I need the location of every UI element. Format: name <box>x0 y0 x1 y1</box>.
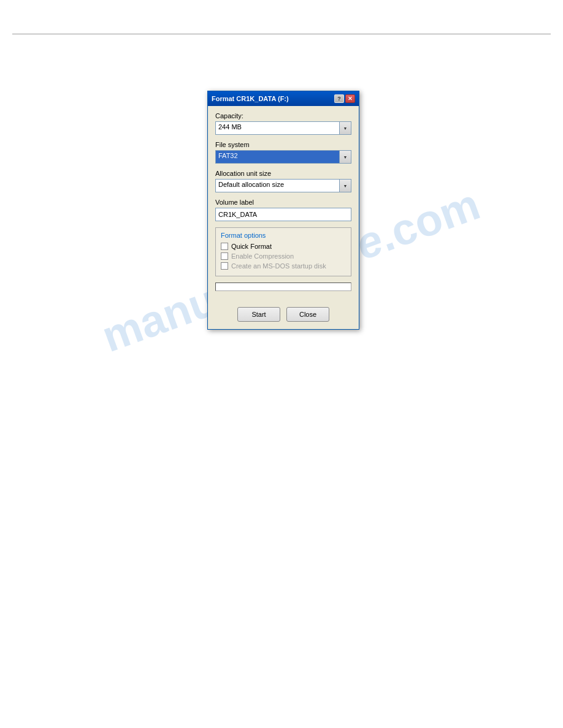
quick-format-label: Quick Format <box>231 243 272 250</box>
dialog-titlebar: Format CR1K_DATA (F:) ? ✕ <box>208 91 359 106</box>
allocation-label: Allocation unit size <box>215 170 351 177</box>
quick-format-row: Quick Format <box>221 243 346 250</box>
create-msdos-checkbox <box>221 262 228 270</box>
enable-compression-label: Enable Compression <box>231 252 294 260</box>
filesystem-dropdown-wrapper: FAT32 <box>215 150 351 164</box>
capacity-value: 244 MB <box>218 123 242 131</box>
allocation-dropdown[interactable]: Default allocation size <box>215 179 351 192</box>
filesystem-label: File system <box>215 141 351 148</box>
filesystem-dropdown[interactable]: FAT32 <box>215 150 351 164</box>
capacity-dropdown-wrapper: 244 MB <box>215 121 351 135</box>
capacity-dropdown[interactable]: 244 MB <box>215 121 351 135</box>
quick-format-checkbox[interactable] <box>221 243 228 250</box>
dialog-body: Capacity: 244 MB File system FAT32 Alloc… <box>208 106 359 303</box>
create-msdos-label: Create an MS-DOS startup disk <box>231 262 326 270</box>
allocation-value: Default allocation size <box>218 181 284 188</box>
close-button[interactable]: Close <box>286 307 329 322</box>
filesystem-value: FAT32 <box>218 152 238 159</box>
allocation-dropdown-wrapper: Default allocation size <box>215 179 351 192</box>
capacity-label: Capacity: <box>215 112 351 119</box>
format-dialog: Format CR1K_DATA (F:) ? ✕ Capacity: 244 … <box>207 91 359 330</box>
volume-input[interactable] <box>215 208 351 221</box>
create-msdos-row: Create an MS-DOS startup disk <box>221 262 346 270</box>
volume-label: Volume label <box>215 199 351 206</box>
dialog-footer: Start Close <box>208 303 359 329</box>
page-border <box>12 34 551 34</box>
format-options-box: Format options Quick Format Enable Compr… <box>215 227 351 276</box>
start-button[interactable]: Start <box>237 307 280 322</box>
close-title-button[interactable]: ✕ <box>345 94 355 103</box>
format-options-title: Format options <box>221 232 346 239</box>
enable-compression-checkbox <box>221 252 228 260</box>
title-buttons: ? ✕ <box>334 94 355 103</box>
help-button[interactable]: ? <box>334 94 344 103</box>
dialog-title: Format CR1K_DATA (F:) <box>212 95 334 102</box>
enable-compression-row: Enable Compression <box>221 252 346 260</box>
progress-bar <box>215 282 351 291</box>
